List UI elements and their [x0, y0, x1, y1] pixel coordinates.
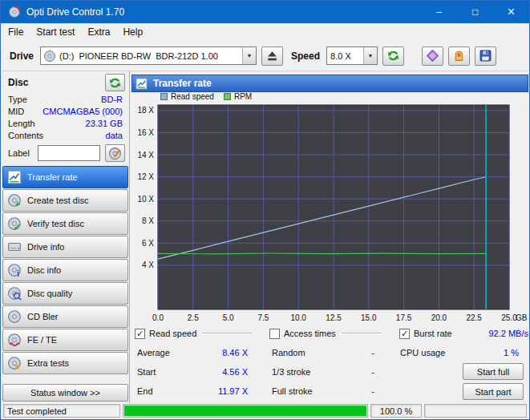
svg-text:+: + [15, 199, 21, 208]
svg-text:8 X: 8 X [142, 216, 154, 225]
burst-rate-checkbox[interactable]: ✓ [399, 329, 410, 339]
hand-icon [452, 49, 466, 63]
disc-panel: Disc TypeBD-RMIDCMCMAGBA5 (000)Length23.… [2, 71, 130, 403]
svg-text:17.5: 17.5 [396, 313, 412, 322]
progress-bar [123, 404, 368, 418]
svg-text:i: i [17, 269, 19, 277]
disc-field-contents: Contentsdata [2, 129, 129, 141]
read-speed-checkbox-label: Read speed [149, 329, 196, 338]
svg-text:16 X: 16 X [137, 128, 154, 137]
read-speed-checkbox[interactable]: ✓ [135, 329, 145, 339]
refresh-icon [386, 49, 400, 63]
window-title: Opti Drive Control 1.70 [26, 6, 124, 18]
close-button[interactable]: × [493, 1, 529, 23]
toolbar: Drive (D:) PIONEER BD-RW BDR-212D 1.00 ▼… [2, 41, 528, 71]
stat-average: Average8.46 X [137, 348, 248, 357]
access-times-checkbox-label: Access times [284, 329, 336, 338]
sidebar-item-create-test-disc[interactable]: +Create test disc [2, 189, 128, 212]
disc-wave-icon [7, 333, 22, 347]
legend-swatch-read-speed [160, 93, 168, 100]
sidebar-item-fe-te[interactable]: FE / TE [2, 329, 128, 351]
save-icon [479, 49, 492, 63]
menu-help[interactable]: Help [116, 24, 149, 40]
svg-text:18 X: 18 X [137, 106, 154, 115]
svg-text:0.0: 0.0 [152, 313, 164, 322]
start-full-button[interactable]: Start full [463, 363, 524, 380]
erase-disc-button[interactable] [422, 46, 443, 66]
drive-icon [7, 240, 22, 254]
save-button[interactable] [475, 46, 496, 66]
minimize-button[interactable]: – [421, 1, 457, 23]
refresh-icon [108, 76, 122, 90]
svg-text:10.0: 10.0 [290, 313, 306, 322]
svg-text:12.5: 12.5 [326, 313, 342, 322]
svg-text:★: ★ [14, 362, 21, 370]
title-bar: Opti Drive Control 1.70 – □ × [1, 1, 529, 23]
app-window: Opti Drive Control 1.70 – □ × FileStart … [0, 0, 530, 420]
drive-label: Drive [10, 50, 34, 62]
svg-text:✓: ✓ [14, 222, 21, 231]
svg-text:22.5: 22.5 [466, 313, 482, 322]
drive-select[interactable]: (D:) PIONEER BD-RW BDR-212D 1.00 ▼ [40, 46, 257, 65]
refresh-speed-button[interactable] [382, 46, 404, 66]
status-window-button[interactable]: Status window >> [2, 384, 128, 402]
write-label-button[interactable] [105, 144, 125, 162]
status-text: Test completed [3, 404, 120, 418]
svg-text:GB: GB [516, 313, 528, 322]
sidebar-item-extra-tests[interactable]: ★Extra tests [2, 352, 128, 374]
eject-button[interactable] [261, 46, 283, 66]
burst-rate-value: 92.2 MB/s [488, 329, 528, 338]
speed-label: Speed [291, 50, 320, 62]
stat-start: Start4.56 X [137, 367, 248, 377]
disc-panel-title: Disc [8, 77, 28, 88]
sidebar-item-cd-bler[interactable]: CD Bler [2, 305, 128, 328]
label-input[interactable] [38, 145, 100, 161]
stat-end: End11.97 X [137, 386, 248, 396]
menu-file[interactable]: File [2, 24, 30, 40]
stat-full-stroke: Full stroke- [272, 386, 374, 396]
sidebar: Transfer rate+Create test disc✓Verify te… [2, 166, 129, 374]
speed-select-value: 8.0 X [327, 51, 351, 61]
page-title-bar: Transfer rate [131, 75, 528, 92]
donate-button[interactable] [448, 46, 470, 66]
group-divider [342, 333, 382, 334]
speed-select[interactable]: 8.0 X ▼ [326, 46, 378, 65]
access-times-checkbox[interactable] [269, 329, 280, 339]
transfer-rate-chart: 0.02.55.07.510.012.515.017.520.022.525.0… [131, 102, 529, 325]
menu-bar: FileStart testExtraHelp [2, 23, 528, 41]
disc-icon [7, 309, 22, 324]
chevron-down-icon[interactable]: ▼ [242, 47, 256, 64]
chevron-down-icon[interactable]: ▼ [363, 47, 377, 64]
refresh-disc-button[interactable] [105, 74, 125, 91]
menu-start-test[interactable]: Start test [30, 24, 81, 40]
chart-icon [7, 170, 22, 184]
status-bar-extra-pane [424, 404, 527, 418]
disc-field-length: Length23.31 GB [2, 117, 129, 129]
start-part-button[interactable]: Start part [463, 383, 524, 400]
menu-extra[interactable]: Extra [81, 24, 116, 40]
stat-random: Random- [272, 348, 374, 357]
svg-text:2.5: 2.5 [188, 313, 199, 322]
maximize-button[interactable]: □ [457, 1, 493, 23]
transfer-rate-icon [136, 78, 148, 90]
sidebar-item-verify-test-disc[interactable]: ✓Verify test disc [2, 212, 128, 235]
svg-text:10 X: 10 X [137, 195, 154, 204]
sidebar-item-disc-info[interactable]: iDisc info [2, 259, 128, 281]
disc-pencil-icon [108, 147, 122, 160]
legend-swatch-rpm [224, 93, 231, 100]
progress-bar-fill [124, 406, 366, 416]
disc-info-icon: i [7, 263, 22, 277]
group-divider [202, 333, 252, 334]
sidebar-item-transfer-rate[interactable]: Transfer rate [2, 166, 128, 188]
diamond-icon [426, 49, 439, 63]
stat-1-3-stroke: 1/3 stroke- [272, 367, 374, 377]
sidebar-item-disc-quality[interactable]: Disc quality [2, 282, 128, 305]
progress-percent: 100.0 % [370, 404, 422, 418]
svg-text:4 X: 4 X [142, 260, 154, 269]
sidebar-item-drive-info[interactable]: Drive info [2, 236, 128, 258]
svg-text:20.0: 20.0 [431, 313, 447, 322]
disc-star-icon: ★ [7, 356, 22, 370]
disc-plus-icon: + [7, 193, 22, 208]
eject-icon [265, 49, 279, 63]
label-field-caption: Label [8, 148, 30, 158]
